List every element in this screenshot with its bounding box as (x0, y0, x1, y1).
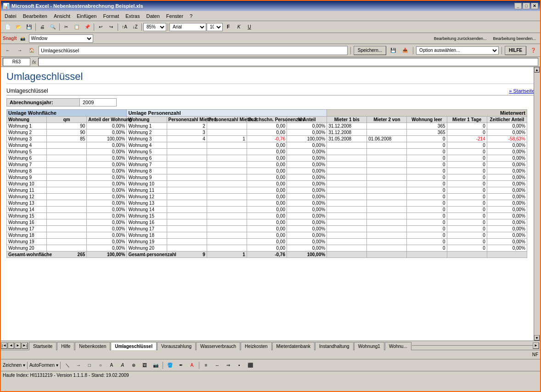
startseite-link[interactable]: » Startseite (509, 88, 535, 94)
cell-r17-c0: Wohnung 18 (7, 232, 47, 239)
cell-r5-c12: 0,00% (487, 155, 527, 162)
menu-daten[interactable]: Daten (143, 12, 162, 20)
window-controls[interactable]: _ □ ✕ (514, 3, 538, 9)
diagram-button[interactable]: ⊕ (129, 361, 139, 370)
cell-r12-c0: Wohnung 13 (7, 200, 47, 207)
arrow-button[interactable]: → (73, 361, 84, 370)
arrowstyle-button[interactable]: ⇒ (223, 361, 233, 370)
copy-button[interactable]: 📋 (72, 22, 82, 32)
cell-r12-c7: 0,00% (287, 200, 327, 207)
cell-r8-c8 (327, 174, 367, 181)
font-name-combo[interactable]: Arial (169, 23, 206, 31)
menu-format[interactable]: Format (100, 12, 122, 20)
italic-button[interactable]: K (234, 22, 244, 32)
wordart-button[interactable]: A (118, 361, 128, 370)
bearbeitung-beenden-button[interactable]: Bearbeitung beenden... (490, 34, 538, 43)
speichern-button[interactable]: Speichern... (354, 46, 386, 55)
vertical-scrollbar[interactable]: ▲ ▼ (534, 67, 540, 341)
cell-r5-c0: Wohnung 6 (7, 155, 47, 162)
cell-r8-c3: Wohnung 9 (127, 174, 167, 181)
sheet-tab-instandhaltung[interactable]: Instandhaltung (315, 342, 354, 350)
menu-fenster[interactable]: Fenster (163, 12, 186, 20)
fontcolor-button[interactable]: A (187, 361, 197, 370)
zoom-combo[interactable]: 85% (143, 23, 166, 31)
linestyle-button[interactable]: ≡ (201, 361, 211, 370)
sheet-tab-wohnu...[interactable]: Wohnu... (385, 342, 411, 350)
tab-scroll-right[interactable]: ► (533, 342, 539, 349)
window-title: Microsoft Excel - Nebenkostenabrechnung … (11, 3, 514, 9)
sheet-tab-hilfe[interactable]: Hilfe (57, 342, 74, 350)
bold-button[interactable]: F (223, 22, 233, 32)
3d-button[interactable]: ⬛ (245, 361, 255, 370)
hilfe-button[interactable]: HILFE (505, 46, 526, 55)
sort-desc-button[interactable]: ↓Z (130, 22, 140, 32)
sheet-tab-mieterdatenbank[interactable]: Mieterdatenbank (272, 342, 315, 350)
snagit-capture-button[interactable]: 📸 (19, 34, 27, 43)
menu-ansicht[interactable]: Ansicht (51, 12, 73, 20)
menu-bearbeiten[interactable]: Bearbeiten (20, 12, 50, 20)
sheet-tab-startseite[interactable]: Startseite (29, 342, 56, 350)
cell-r3-c1 (47, 142, 87, 149)
web-forward-button[interactable]: → (15, 46, 25, 55)
fillcolor-button[interactable]: 🪣 (165, 361, 175, 370)
menu-einfuegen[interactable]: Einfügen (74, 12, 99, 20)
save-icon[interactable]: 💾 (388, 46, 398, 55)
table-row: Wohnung 180,00%Wohnung 180,000,00%000,00… (7, 232, 527, 239)
sheet-tab-nebenkosten[interactable]: Nebenkosten (75, 342, 110, 350)
maximize-button[interactable]: □ (523, 3, 530, 9)
sheet-tab-wasserverbrauch[interactable]: Wasserverbrauch (196, 342, 240, 350)
sheet-tab-umlageschlüssel[interactable]: Umlageschlüssel (111, 342, 157, 350)
menu-hilfe[interactable]: ? (187, 12, 195, 20)
tab-last-button[interactable]: ►| (22, 342, 28, 349)
sort-asc-button[interactable]: ↑A (119, 22, 130, 32)
web-address-input[interactable] (39, 46, 348, 55)
clipart-button[interactable]: 🖼 (140, 361, 150, 370)
linecolor-button[interactable]: ✒ (176, 361, 186, 370)
menu-extras[interactable]: Extras (123, 12, 142, 20)
tab-nav-buttons[interactable]: |◄ ◄ ► ►| (1, 342, 28, 349)
cell-r6-c5 (207, 162, 247, 168)
underline-button[interactable]: U (244, 22, 254, 32)
web-back-button[interactable]: ← (3, 46, 13, 55)
tab-next-button[interactable]: ► (15, 342, 21, 349)
printpreview-button[interactable]: 🔍 (48, 22, 58, 32)
font-size-combo[interactable]: 10 (207, 23, 223, 31)
cell-r14-c8 (327, 213, 367, 219)
line-button[interactable]: ＼ (62, 361, 73, 370)
cut-button[interactable]: ✂ (61, 22, 71, 32)
cell-r12-c9 (367, 200, 407, 207)
image-button[interactable]: 📷 (151, 361, 161, 370)
shadow-button[interactable]: ▪ (234, 361, 244, 370)
cell-r0-c7: 0,00% (287, 123, 327, 129)
tab-first-button[interactable]: |◄ (1, 342, 7, 349)
new-button[interactable]: 📄 (3, 22, 13, 32)
textbox-button[interactable]: A (107, 361, 117, 370)
sheet-tab-heizkosten[interactable]: Heizkosten (241, 342, 271, 350)
menu-datei[interactable]: Datei (2, 12, 19, 20)
open-button[interactable]: 📂 (13, 22, 23, 32)
sheet-tab-vorauszahlung[interactable]: Vorauszahlung (157, 342, 196, 350)
rect-button[interactable]: □ (85, 361, 95, 370)
tab-prev-button[interactable]: ◄ (8, 342, 14, 349)
print-button[interactable]: 🖨 (37, 22, 47, 32)
option-combo[interactable]: Option auswählen... (416, 46, 499, 55)
paste-button[interactable]: 📌 (82, 22, 92, 32)
table-row: Wohnung 160,00%Wohnung 160,000,00%000,00… (7, 219, 527, 226)
close-button[interactable]: ✕ (531, 3, 538, 9)
web-home-button[interactable]: 🏠 (27, 46, 37, 55)
cell-r18-c6: 0,00 (247, 239, 287, 245)
snagit-window-combo[interactable]: Window (29, 34, 93, 43)
oval-button[interactable]: ○ (96, 361, 106, 370)
name-box-input[interactable] (3, 58, 30, 66)
bearbeitung-zurueck-button[interactable]: Bearbeitung zurücksenden... (432, 34, 489, 43)
formula-input[interactable] (38, 58, 538, 66)
hilfe-icon[interactable]: ❓ (528, 46, 538, 55)
minimize-button[interactable]: _ (514, 3, 522, 9)
dashstyle-button[interactable]: -- (212, 361, 222, 370)
saveas-icon[interactable]: 📥 (400, 46, 410, 55)
sheet-tab-wohnung1[interactable]: Wohnung1 (354, 342, 384, 350)
cell-r15-c7: 0,00% (287, 219, 327, 226)
undo-button[interactable]: ↩ (96, 22, 106, 32)
save-button[interactable]: 💾 (24, 22, 34, 32)
redo-button[interactable]: ↪ (106, 22, 116, 32)
